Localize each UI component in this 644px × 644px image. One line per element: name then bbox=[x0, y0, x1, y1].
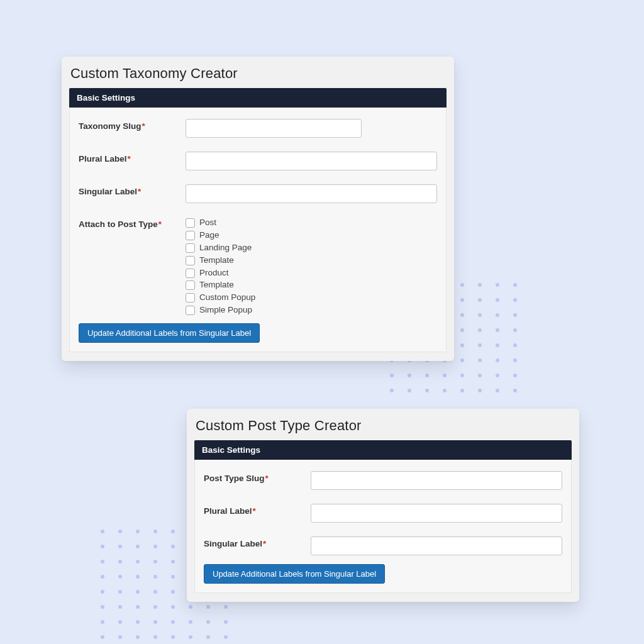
post-type-option[interactable]: Template bbox=[186, 255, 437, 267]
field-row-singular-label: Singular Label* bbox=[204, 536, 562, 555]
post-type-option-label: Post bbox=[199, 217, 216, 229]
singular-label-input[interactable] bbox=[186, 184, 437, 203]
post-type-checkbox[interactable] bbox=[186, 293, 195, 303]
label-plural: Plural Label bbox=[204, 506, 252, 516]
field-row-plural-label: Plural Label* bbox=[79, 152, 437, 170]
post-type-checkbox[interactable] bbox=[186, 306, 195, 315]
post-type-checkbox[interactable] bbox=[186, 280, 195, 290]
post-type-checkbox[interactable] bbox=[186, 269, 195, 278]
plural-label-input[interactable] bbox=[186, 152, 437, 170]
required-indicator: * bbox=[138, 187, 141, 196]
post-type-checkbox[interactable] bbox=[186, 243, 195, 253]
taxonomy-slug-input[interactable] bbox=[186, 119, 362, 138]
post-type-option[interactable]: Product bbox=[186, 267, 437, 279]
post-type-option-label: Template bbox=[199, 279, 234, 291]
post-type-creator-card: Custom Post Type Creator Basic Settings … bbox=[187, 409, 579, 602]
field-row-attach-post-type: Attach to Post Type* PostPageLanding Pag… bbox=[79, 217, 437, 317]
post-type-checkbox[interactable] bbox=[186, 231, 195, 240]
post-type-option-label: Page bbox=[199, 230, 219, 242]
required-indicator: * bbox=[263, 539, 266, 548]
post-type-option-label: Custom Popup bbox=[199, 292, 255, 304]
post-type-option-label: Product bbox=[199, 267, 229, 279]
update-labels-button[interactable]: Update Additional Labels from Singular L… bbox=[204, 564, 385, 584]
label-post-type-slug: Post Type Slug bbox=[204, 474, 265, 483]
post-type-option[interactable]: Landing Page bbox=[186, 242, 437, 254]
post-type-option[interactable]: Template bbox=[186, 279, 437, 291]
post-type-checkbox-group: PostPageLanding PageTemplateProductTempl… bbox=[186, 217, 437, 317]
field-row-plural-label: Plural Label* bbox=[204, 504, 562, 523]
required-indicator: * bbox=[265, 474, 269, 483]
taxonomy-creator-card: Custom Taxonomy Creator Basic Settings T… bbox=[62, 57, 454, 361]
singular-label-input[interactable] bbox=[311, 536, 562, 555]
post-type-option[interactable]: Post bbox=[186, 217, 437, 229]
field-row-post-type-slug: Post Type Slug* bbox=[204, 471, 562, 490]
label-singular: Singular Label bbox=[204, 539, 262, 548]
post-type-option-label: Template bbox=[199, 255, 234, 267]
field-row-taxonomy-slug: Taxonomy Slug* bbox=[79, 119, 437, 138]
post-type-slug-input[interactable] bbox=[311, 471, 562, 490]
post-type-option-label: Simple Popup bbox=[199, 304, 252, 316]
label-attach: Attach to Post Type bbox=[79, 219, 158, 229]
post-type-option[interactable]: Simple Popup bbox=[186, 304, 437, 316]
post-type-option[interactable]: Custom Popup bbox=[186, 292, 437, 304]
post-type-checkbox[interactable] bbox=[186, 218, 195, 228]
card-title: Custom Taxonomy Creator bbox=[70, 65, 445, 82]
post-type-option-label: Landing Page bbox=[199, 242, 252, 254]
required-indicator: * bbox=[142, 121, 145, 131]
field-row-singular-label: Singular Label* bbox=[79, 184, 437, 203]
required-indicator: * bbox=[253, 506, 256, 516]
post-type-option[interactable]: Page bbox=[186, 230, 437, 242]
post-type-checkbox[interactable] bbox=[186, 256, 195, 265]
section-header: Basic Settings bbox=[194, 440, 572, 460]
label-plural: Plural Label bbox=[79, 154, 127, 164]
required-indicator: * bbox=[158, 219, 162, 229]
card-title: Custom Post Type Creator bbox=[196, 418, 570, 434]
required-indicator: * bbox=[128, 154, 131, 164]
label-taxonomy-slug: Taxonomy Slug bbox=[79, 121, 142, 131]
label-singular: Singular Label bbox=[79, 187, 137, 196]
section-header: Basic Settings bbox=[69, 88, 447, 108]
plural-label-input[interactable] bbox=[311, 504, 562, 523]
update-labels-button[interactable]: Update Additional Labels from Singular L… bbox=[79, 323, 260, 343]
